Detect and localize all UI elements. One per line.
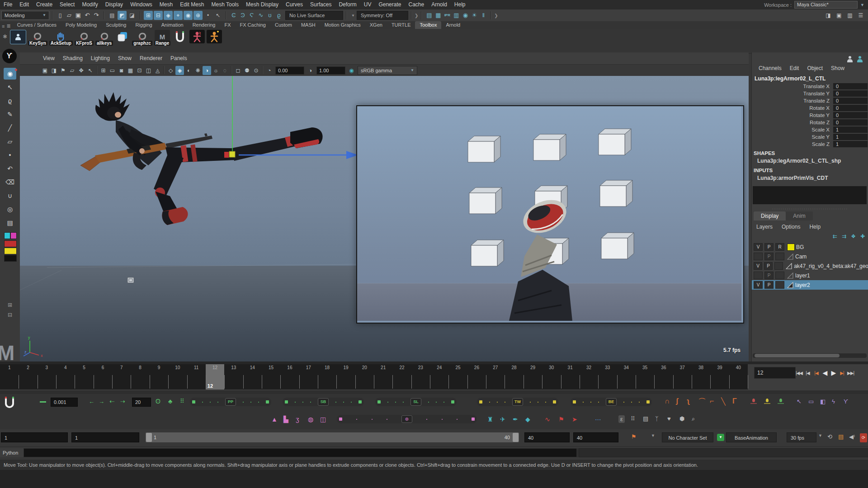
color-swatch[interactable] [10,232,17,239]
pick-walker-icon[interactable]: ᛉ [655,415,659,422]
select-component-icon[interactable]: ◪ [127,11,137,20]
tooltip-cursor-icon[interactable]: ▭ [808,398,814,405]
frame-number[interactable]: 34 [617,365,636,370]
white-cube[interactable] [600,180,632,206]
yellow-candle-icon[interactable] [764,399,770,406]
curve-snap-icon[interactable]: Ͽ [238,11,247,20]
menu-mesh[interactable]: Mesh [156,0,176,9]
xray-joints-icon[interactable]: ⚉ [243,66,251,75]
character-set-field[interactable]: No Character Set [662,432,713,442]
layer-menu-help[interactable]: Help [805,224,825,230]
slider-label[interactable]: SL [410,398,421,406]
frame-number[interactable]: 25 [448,365,467,370]
shelf-tab-curves-surfaces[interactable]: Curves / Surfaces [13,21,61,29]
frame-number[interactable]: 7 [112,365,131,370]
split-cursor-icon[interactable]: ◧ [820,398,826,405]
ambient-occlusion-icon[interactable]: ☼ [212,66,220,75]
curve-rho-icon[interactable]: ϱ [274,11,283,20]
attribute-editor-icon[interactable]: ◨ [824,11,833,20]
layer-menu-options[interactable]: Options [777,224,805,230]
table-icon[interactable]: ▤ [643,415,648,422]
color-swatch[interactable] [4,232,10,239]
stand-icon[interactable]: ϒ [844,398,848,405]
pose-slider[interactable]: ◍ [337,415,477,423]
shelf-gear-icon[interactable]: ✱ [0,30,9,40]
highlight-selection-icon[interactable]: ↖ [213,11,222,20]
layer-v-toggle[interactable]: V [754,262,762,270]
shelf-list-icon[interactable]: ≣ [6,23,12,29]
command-input[interactable] [24,448,577,457]
attribute-name[interactable]: Translate Y [752,91,833,96]
minus-icon[interactable] [40,401,46,403]
frame-number[interactable]: 11 [187,365,206,370]
white-cube[interactable] [471,240,504,266]
shelf-tab-fx[interactable]: FX [220,21,235,29]
selected-object-name[interactable]: Luna3p:legArmor02_L_CTL [752,71,868,83]
shelf-item-range[interactable]: MRange [154,30,171,51]
layer-p-toggle[interactable]: P [764,253,774,260]
shelf-tab-toolbox[interactable]: Toolbox [415,21,441,29]
viewport-panel[interactable]: ViewShadingLightingShowRendererPanels ▣◨… [20,52,749,361]
exposure-field[interactable]: 0.00 [275,66,304,75]
dots-grid-icon[interactable]: ⠿ [631,415,635,422]
shelf-tab-motion-graphics[interactable]: Motion Graphics [320,21,365,29]
ease-s-icon[interactable]: ʃ [676,397,678,405]
layer-tab-anim[interactable]: Anim [786,211,812,221]
panel-menu-renderer[interactable]: Renderer [136,55,166,61]
more-dots-icon[interactable]: ⋯ [595,416,602,423]
menu-generate[interactable]: Generate [375,0,405,9]
menu-display[interactable]: Display [102,0,127,9]
channel-box-menu-show[interactable]: Show [827,65,849,71]
curve-edit-icon[interactable]: Ϛ [247,11,256,20]
knife-tool-icon[interactable]: ╱ [4,122,16,134]
step-back-key-button[interactable]: |◀ [803,371,812,375]
ease-linear-icon[interactable]: ╲ [721,397,726,406]
frame-number[interactable]: 17 [299,365,318,370]
shelf-tab-custom[interactable]: Custom [270,21,297,29]
u-logo-icon[interactable] [4,396,15,408]
select-tool-icon[interactable]: ↖ [4,81,16,93]
layer-move-down-icon[interactable]: ⇉ [842,233,846,239]
modeling-toolkit-icon[interactable]: ☰ [856,11,865,20]
new-layer-icon[interactable]: ✚ [860,233,865,239]
pip-camera-view[interactable] [356,105,744,324]
attribute-value-field[interactable]: 0 [833,105,868,111]
green-candle-icon[interactable] [778,399,784,406]
snap-view-icon[interactable]: ◉ [184,11,193,20]
curve-wave-icon[interactable]: ∿ [256,11,265,20]
auto-key-icon[interactable]: ⟳ [860,433,867,442]
anim-slider-tw[interactable]: TW [477,398,558,406]
select-object-icon[interactable]: ◩ [118,11,127,20]
color-swatch[interactable] [4,255,17,262]
film-gate-icon[interactable]: ▭ [108,66,117,75]
go-to-start-button[interactable]: |◀◀ [795,371,803,375]
frame-number[interactable]: 36 [654,365,673,370]
frame-number[interactable]: 12 [206,365,224,370]
layer-r-toggle[interactable]: R [775,243,784,251]
shaded-mode-icon[interactable]: ◈ [175,66,184,75]
go-to-end-button[interactable]: ▶▶| [846,371,855,375]
curve-u-icon[interactable]: ʊ [265,11,274,20]
empty-layer-icon[interactable]: ❖ [851,233,856,239]
arrow-down-icon[interactable]: ➤ [572,416,577,423]
hypershade-icon[interactable]: ◉ [461,11,470,20]
collapse-arrow-icon[interactable]: ❯ [415,13,418,18]
layer-p-toggle[interactable]: P [764,243,774,251]
layer-v-toggle[interactable]: · [754,272,763,279]
motion-blur-icon[interactable]: ◌ [221,66,229,75]
frame-number[interactable]: 13 [224,365,243,370]
layer-row[interactable]: ·P·layer1 [752,271,868,280]
run-icon[interactable]: ϟ [832,398,835,405]
lasso-tool-icon[interactable]: ϱ [4,95,16,107]
ipr-render-icon[interactable]: IPR [443,11,452,20]
layer-r-toggle[interactable]: · [775,272,784,279]
panel-menu-panels[interactable]: Panels [166,55,191,61]
white-cube[interactable] [601,233,634,259]
shelf-item-ulogo[interactable] [172,30,188,51]
isolate-select-icon[interactable]: ⊙ [252,66,260,75]
range-start-handle[interactable] [146,433,152,442]
save-scene-icon[interactable]: ▣ [74,11,83,20]
workspace-value[interactable]: Maya Classic* [794,1,858,9]
fps-dropdown[interactable]: 30 fps [787,432,816,442]
frame-number[interactable]: 29 [524,365,542,370]
